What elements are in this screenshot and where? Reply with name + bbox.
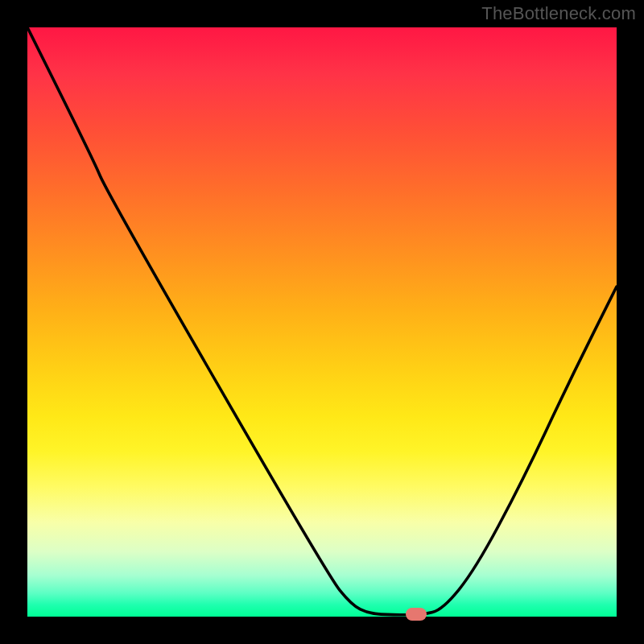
optimum-marker xyxy=(406,608,427,621)
chart-frame: TheBottleneck.com xyxy=(0,0,644,644)
watermark-text: TheBottleneck.com xyxy=(481,3,636,24)
bottleneck-curve xyxy=(27,27,617,617)
plot-area xyxy=(27,27,617,617)
